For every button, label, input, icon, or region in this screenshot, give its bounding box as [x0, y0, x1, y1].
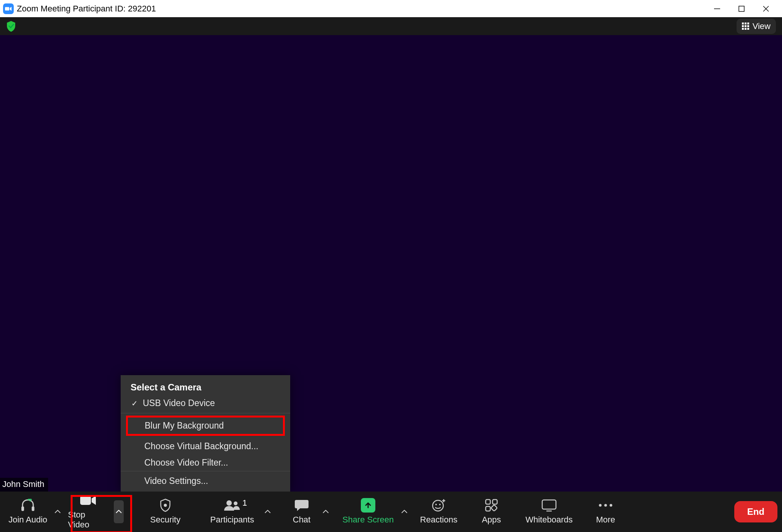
svg-point-21	[435, 504, 437, 505]
apps-label: Apps	[482, 515, 501, 525]
chat-options-caret[interactable]	[321, 500, 331, 523]
svg-rect-27	[486, 506, 490, 511]
svg-rect-14	[21, 506, 24, 511]
stop-video-button[interactable]: Stop Video	[63, 492, 114, 532]
menu-item-camera-device[interactable]: USB Video Device	[121, 395, 290, 411]
more-button[interactable]: More	[586, 492, 625, 532]
stop-video-label: Stop Video	[68, 510, 108, 530]
svg-point-31	[599, 504, 602, 507]
join-audio-label: Join Audio	[8, 515, 47, 525]
svg-rect-9	[745, 25, 746, 27]
svg-rect-2	[739, 6, 744, 11]
svg-point-33	[610, 504, 612, 507]
svg-rect-15	[32, 506, 34, 511]
svg-point-32	[604, 504, 607, 507]
menu-divider	[121, 413, 290, 413]
participants-options-caret[interactable]	[263, 500, 273, 523]
svg-rect-0	[5, 7, 9, 10]
apps-icon	[485, 499, 498, 512]
shield-icon	[159, 499, 171, 512]
participants-button[interactable]: 1 Participants	[202, 492, 263, 532]
join-audio-button[interactable]: Join Audio	[3, 492, 53, 532]
menu-item-blur-background[interactable]: Blur My Background	[128, 418, 283, 434]
zoom-logo-icon	[3, 3, 14, 14]
whiteboards-button[interactable]: Whiteboards	[519, 492, 580, 532]
reactions-label: Reactions	[420, 515, 457, 525]
svg-rect-12	[745, 28, 746, 30]
share-screen-label: Share Screen	[343, 515, 394, 525]
svg-rect-7	[747, 23, 749, 24]
chat-bubble-icon	[294, 499, 309, 512]
headphones-icon	[20, 499, 36, 512]
svg-rect-29	[542, 500, 556, 509]
menu-header-camera: Select a Camera	[121, 377, 290, 395]
encryption-shield-icon[interactable]	[6, 21, 16, 32]
svg-point-22	[439, 504, 441, 505]
svg-rect-10	[747, 25, 749, 27]
grid-icon	[742, 23, 750, 30]
apps-button[interactable]: Apps	[470, 492, 512, 532]
svg-rect-6	[745, 23, 746, 24]
whiteboards-label: Whiteboards	[525, 515, 573, 525]
svg-rect-25	[486, 500, 490, 504]
video-camera-icon	[80, 494, 97, 507]
video-options-menu: Select a Camera USB Video Device Blur My…	[121, 375, 290, 492]
video-options-caret[interactable]	[114, 500, 124, 523]
svg-rect-8	[742, 25, 744, 27]
participants-icon: 1	[223, 499, 242, 512]
security-label: Security	[150, 515, 180, 525]
svg-point-19	[234, 501, 238, 505]
svg-rect-11	[742, 28, 744, 30]
audio-options-caret[interactable]	[53, 500, 63, 523]
svg-rect-26	[493, 500, 497, 504]
security-button[interactable]: Security	[141, 492, 190, 532]
menu-item-video-filter[interactable]: Choose Video Filter...	[121, 455, 290, 471]
svg-rect-16	[80, 496, 91, 505]
share-options-caret[interactable]	[399, 500, 409, 523]
smiley-icon	[431, 499, 446, 512]
chat-button[interactable]: Chat	[283, 492, 321, 532]
whiteboard-icon	[541, 499, 557, 512]
app-topbar: View	[0, 17, 782, 35]
more-label: More	[596, 515, 615, 525]
svg-rect-13	[747, 28, 749, 30]
end-label: End	[747, 506, 764, 517]
meeting-toolbar: Join Audio Stop Video Security 1 Partici…	[0, 492, 782, 532]
reactions-button[interactable]: Reactions	[413, 492, 464, 532]
svg-point-20	[433, 500, 443, 511]
more-dots-icon	[598, 499, 613, 512]
participants-label: Participants	[210, 515, 254, 525]
share-screen-button[interactable]: Share Screen	[337, 492, 399, 532]
menu-item-virtual-background[interactable]: Choose Virtual Background...	[121, 438, 290, 455]
svg-rect-28	[491, 505, 498, 511]
view-button[interactable]: View	[737, 19, 776, 34]
menu-item-video-settings[interactable]: Video Settings...	[121, 471, 290, 492]
video-canvas: John Smith Select a Camera USB Video Dev…	[0, 35, 782, 492]
svg-point-17	[164, 504, 167, 507]
svg-point-18	[226, 500, 232, 506]
window-titlebar: Zoom Meeting Participant ID: 292201	[0, 0, 782, 17]
participants-count: 1	[242, 498, 247, 508]
participant-name-tag: John Smith	[0, 478, 48, 492]
chat-label: Chat	[293, 515, 310, 525]
window-title: Zoom Meeting Participant ID: 292201	[17, 4, 156, 14]
highlight-box-blur: Blur My Background	[126, 416, 285, 436]
minimize-button[interactable]	[713, 5, 721, 13]
close-button[interactable]	[762, 5, 770, 13]
maximize-button[interactable]	[738, 5, 745, 13]
share-screen-icon	[361, 499, 375, 512]
end-button[interactable]: End	[734, 501, 777, 522]
svg-rect-5	[742, 23, 744, 24]
view-label: View	[753, 21, 771, 31]
